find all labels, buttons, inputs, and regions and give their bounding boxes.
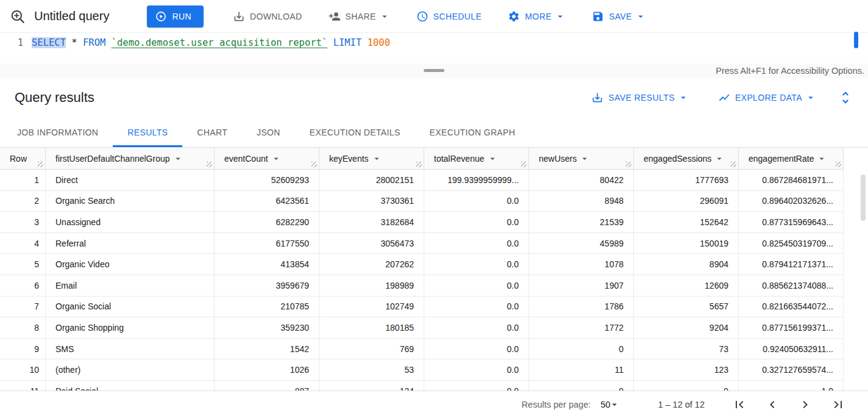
line-number: 1 bbox=[0, 33, 32, 63]
panel-splitter: Press Alt+F1 for Accessibility Options. bbox=[0, 63, 868, 78]
tab-execution-details[interactable]: EXECUTION DETAILS bbox=[295, 117, 415, 147]
row-number-cell: 5 bbox=[0, 254, 46, 275]
row-number-cell: 8 bbox=[0, 317, 46, 338]
sql-editor[interactable]: 1 SELECT * FROM `demo.demoset.user_acqui… bbox=[0, 33, 868, 63]
column-resize-handle[interactable] bbox=[416, 162, 422, 167]
table-cell: 123 bbox=[634, 359, 739, 380]
pager-controls bbox=[723, 397, 855, 412]
column-resize-handle[interactable] bbox=[521, 162, 527, 167]
sort-caret-icon[interactable] bbox=[371, 153, 382, 164]
table-cell: 0.877315969643... bbox=[739, 212, 844, 232]
table-row: 8Organic Shopping3592301801850.017729204… bbox=[0, 317, 844, 339]
run-button[interactable]: RUN bbox=[147, 5, 204, 27]
first-page-button[interactable] bbox=[732, 397, 747, 412]
column-resize-handle[interactable] bbox=[207, 162, 212, 167]
save-results-icon bbox=[591, 92, 603, 104]
sort-caret-icon[interactable] bbox=[271, 153, 282, 164]
table-scrollbar[interactable] bbox=[861, 175, 866, 221]
sort-caret-icon[interactable] bbox=[714, 153, 725, 164]
first-page-icon bbox=[732, 397, 747, 412]
results-table: RowfirstUserDefaultChannelGroupeventCoun… bbox=[0, 148, 868, 391]
table-cell: Unassigned bbox=[46, 212, 215, 232]
column-resize-handle[interactable] bbox=[626, 162, 631, 167]
table-cell: 1772 bbox=[529, 317, 634, 338]
column-header-firstUserDefaultChannelGroup[interactable]: firstUserDefaultChannelGroup bbox=[46, 148, 215, 169]
more-button[interactable]: MORE bbox=[500, 5, 574, 27]
table-header-row: RowfirstUserDefaultChannelGroupeventCoun… bbox=[0, 148, 844, 170]
tab-results[interactable]: RESULTS bbox=[113, 117, 182, 147]
download-button[interactable]: DOWNLOAD bbox=[225, 5, 310, 27]
column-header-engagementRate[interactable]: engagementRate bbox=[739, 148, 844, 169]
column-resize-handle[interactable] bbox=[731, 162, 736, 167]
table-cell: Referral bbox=[46, 233, 215, 254]
tab-job-information[interactable]: JOB INFORMATION bbox=[2, 117, 113, 147]
explore-data-label: EXPLORE DATA bbox=[735, 93, 802, 103]
table-row: 3Unassigned628229031826840.0215391526420… bbox=[0, 212, 844, 233]
save-results-button[interactable]: SAVE RESULTS bbox=[583, 87, 697, 109]
sort-caret-icon[interactable] bbox=[487, 153, 498, 164]
expand-results-button[interactable] bbox=[838, 90, 853, 106]
tab-chart[interactable]: CHART bbox=[182, 117, 242, 147]
table-cell: 0.877156199371... bbox=[739, 317, 844, 338]
save-button[interactable]: SAVE bbox=[584, 5, 654, 27]
table-row: 11Paid Social8871340.0091.0 bbox=[0, 381, 844, 391]
table-cell: 1026 bbox=[215, 359, 319, 380]
sort-caret-icon[interactable] bbox=[173, 153, 183, 164]
row-number-cell: 7 bbox=[0, 297, 46, 317]
table-cell: 1078 bbox=[529, 254, 634, 275]
sort-caret-icon[interactable] bbox=[816, 153, 827, 164]
chevron-right-icon bbox=[798, 397, 813, 412]
table-cell: 3182684 bbox=[319, 212, 424, 232]
explore-chart-icon bbox=[718, 92, 730, 104]
person-add-icon bbox=[329, 10, 341, 23]
column-label: keyEvents bbox=[329, 154, 369, 164]
sql-code-line[interactable]: SELECT * FROM `demo.demoset.user_acquisi… bbox=[32, 33, 390, 63]
table-cell: 21539 bbox=[529, 212, 634, 232]
column-header-newUsers[interactable]: newUsers bbox=[529, 148, 634, 169]
save-results-label: SAVE RESULTS bbox=[608, 93, 675, 103]
table-cell: 0.327127659574... bbox=[739, 359, 844, 380]
column-resize-handle[interactable] bbox=[38, 162, 43, 167]
sql-token-plain bbox=[327, 37, 333, 48]
table-cell: 6423561 bbox=[215, 191, 319, 212]
share-button-label: SHARE bbox=[346, 12, 376, 21]
column-label: engagedSessions bbox=[644, 154, 711, 164]
column-header-totalRevenue[interactable]: totalRevenue bbox=[424, 148, 529, 169]
column-header-eventCount[interactable]: eventCount bbox=[215, 148, 319, 169]
download-button-label: DOWNLOAD bbox=[250, 12, 302, 21]
sql-token-plain bbox=[361, 37, 367, 48]
table-cell: 1777693 bbox=[634, 170, 739, 190]
previous-page-button[interactable] bbox=[765, 397, 780, 412]
table-cell: 413854 bbox=[215, 254, 319, 275]
sql-token-number: 1000 bbox=[368, 37, 390, 48]
table-cell: 1542 bbox=[215, 339, 319, 359]
panel-resize-handle[interactable] bbox=[424, 69, 444, 72]
last-page-button[interactable] bbox=[831, 397, 845, 412]
share-button[interactable]: SHARE bbox=[321, 5, 398, 27]
column-resize-handle[interactable] bbox=[311, 162, 317, 167]
query-title: Untitled query bbox=[34, 9, 109, 23]
next-page-button[interactable] bbox=[798, 397, 813, 412]
column-header-Row[interactable]: Row bbox=[0, 148, 46, 169]
column-label: Row bbox=[10, 154, 27, 164]
schedule-button[interactable]: SCHEDULE bbox=[408, 5, 489, 27]
column-header-keyEvents[interactable]: keyEvents bbox=[319, 148, 424, 169]
tab-json[interactable]: JSON bbox=[242, 117, 295, 147]
tab-execution-graph[interactable]: EXECUTION GRAPH bbox=[415, 117, 530, 147]
sql-token-table-link[interactable]: `demo.demoset.user_acquisition_report` bbox=[112, 37, 328, 48]
chevron-down-icon bbox=[379, 11, 390, 22]
table-cell: 0.924050632911... bbox=[739, 339, 844, 359]
save-button-label: SAVE bbox=[609, 12, 632, 21]
results-per-page-select[interactable]: 50 bbox=[600, 399, 620, 410]
editor-scrollbar[interactable] bbox=[854, 32, 858, 48]
sort-caret-icon[interactable] bbox=[579, 153, 590, 164]
explore-data-button[interactable]: EXPLORE DATA bbox=[710, 87, 824, 109]
table-cell: 0.0 bbox=[424, 191, 529, 212]
column-header-engagedSessions[interactable]: engagedSessions bbox=[634, 148, 739, 169]
column-resize-handle[interactable] bbox=[836, 162, 841, 167]
save-icon bbox=[592, 10, 604, 23]
table-cell: 0.821663544072... bbox=[739, 297, 844, 317]
table-cell: 5657 bbox=[634, 297, 739, 317]
query-results-header: Query results SAVE RESULTS EXPLORE DATA bbox=[0, 78, 868, 117]
table-row: 2Organic Search642356137303610.089482960… bbox=[0, 191, 844, 212]
